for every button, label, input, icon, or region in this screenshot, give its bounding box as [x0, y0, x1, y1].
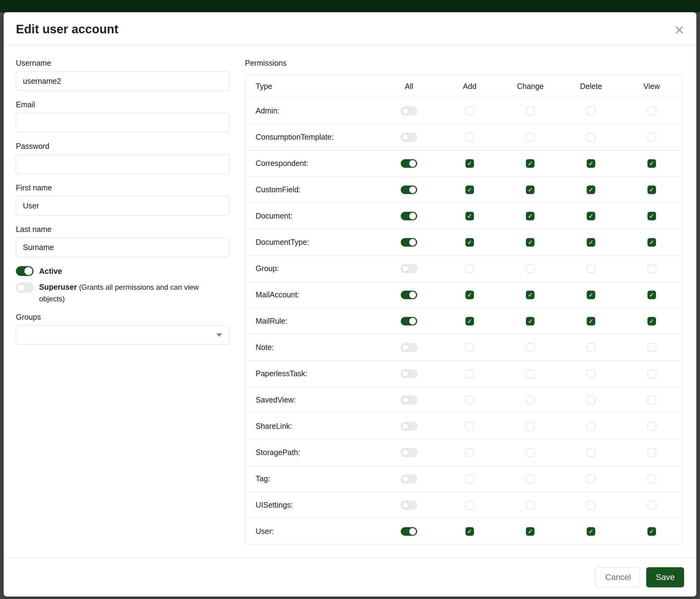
superuser-toggle[interactable] [16, 283, 33, 292]
permission-view-checkbox[interactable] [648, 422, 656, 431]
permission-view-checkbox[interactable] [648, 264, 656, 273]
permission-add-checkbox[interactable]: ✓ [466, 159, 474, 168]
permission-all-toggle[interactable] [401, 238, 417, 247]
first-name-input[interactable] [16, 196, 230, 215]
permission-view-checkbox[interactable]: ✓ [648, 238, 656, 247]
dropdown-caret-icon [217, 333, 222, 337]
permission-view-checkbox[interactable]: ✓ [648, 186, 656, 194]
permission-view-checkbox[interactable] [648, 369, 656, 378]
permission-all-toggle[interactable] [401, 369, 417, 378]
permission-delete-checkbox[interactable] [587, 343, 595, 352]
permission-change-checkbox[interactable]: ✓ [526, 527, 534, 536]
permission-delete-checkbox[interactable]: ✓ [587, 291, 595, 299]
permission-all-toggle[interactable] [401, 475, 417, 483]
permission-view-checkbox[interactable] [648, 475, 656, 483]
permission-add-checkbox[interactable]: ✓ [466, 238, 474, 247]
permission-view-checkbox[interactable] [648, 396, 656, 404]
permission-add-checkbox[interactable] [466, 501, 474, 509]
permission-change-checkbox[interactable]: ✓ [526, 238, 534, 247]
username-input[interactable] [16, 71, 230, 91]
permission-add-checkbox[interactable] [466, 448, 474, 457]
permission-change-checkbox[interactable]: ✓ [526, 317, 534, 326]
toggle-knob [24, 267, 32, 275]
permission-all-toggle[interactable] [401, 343, 417, 352]
permission-add-checkbox[interactable]: ✓ [466, 317, 474, 326]
permission-change-checkbox[interactable]: ✓ [526, 291, 534, 299]
permission-all-toggle[interactable] [401, 212, 417, 220]
permission-all-toggle[interactable] [401, 422, 417, 431]
password-input[interactable] [16, 154, 230, 174]
permission-change-checkbox[interactable] [526, 448, 534, 457]
permission-delete-checkbox[interactable] [587, 264, 595, 273]
permission-all-toggle[interactable] [401, 317, 417, 326]
permission-change-checkbox[interactable] [526, 475, 534, 483]
permission-all-toggle[interactable] [401, 501, 417, 509]
permission-delete-checkbox[interactable] [587, 369, 595, 378]
permission-add-checkbox[interactable]: ✓ [466, 527, 474, 536]
permission-change-checkbox[interactable]: ✓ [526, 159, 534, 168]
permission-change-checkbox[interactable] [526, 264, 534, 273]
active-toggle[interactable] [16, 266, 33, 276]
groups-select[interactable] [16, 325, 230, 345]
permissions-section: Permissions Type All Add Change Delete V… [245, 58, 682, 558]
permission-all-toggle[interactable] [401, 186, 417, 194]
permission-delete-checkbox[interactable]: ✓ [587, 159, 595, 168]
permission-delete-checkbox[interactable] [587, 396, 595, 404]
permission-add-checkbox[interactable]: ✓ [466, 291, 474, 299]
permission-type-label: Tag: [245, 466, 379, 492]
save-button[interactable]: Save [646, 567, 684, 588]
permission-all-toggle[interactable] [401, 107, 417, 115]
permission-all-toggle[interactable] [401, 133, 417, 142]
permission-change-checkbox[interactable] [526, 343, 534, 352]
permission-view-checkbox[interactable]: ✓ [648, 291, 656, 299]
permission-view-checkbox[interactable] [648, 343, 656, 352]
permission-add-checkbox[interactable]: ✓ [466, 186, 474, 194]
permission-delete-checkbox[interactable] [587, 422, 595, 431]
permission-delete-checkbox[interactable]: ✓ [587, 212, 595, 220]
permission-view-checkbox[interactable] [648, 133, 656, 142]
permission-delete-checkbox[interactable] [587, 448, 595, 457]
permission-view-checkbox[interactable]: ✓ [648, 212, 656, 220]
permission-add-checkbox[interactable] [466, 343, 474, 352]
permission-delete-checkbox[interactable]: ✓ [587, 238, 595, 247]
permission-add-checkbox[interactable] [466, 422, 474, 431]
permission-delete-checkbox[interactable] [587, 107, 595, 115]
email-input[interactable] [16, 113, 230, 132]
permission-all-toggle[interactable] [401, 264, 417, 273]
permission-delete-checkbox[interactable]: ✓ [587, 317, 595, 326]
permission-delete-checkbox[interactable] [587, 501, 595, 509]
permission-all-toggle[interactable] [401, 396, 417, 404]
permission-delete-checkbox[interactable] [587, 475, 595, 483]
permission-all-toggle[interactable] [401, 291, 417, 299]
permission-change-checkbox[interactable] [526, 501, 534, 509]
permission-view-checkbox[interactable]: ✓ [648, 527, 656, 536]
permission-change-checkbox[interactable]: ✓ [526, 186, 534, 194]
permission-add-checkbox[interactable] [466, 264, 474, 273]
permission-all-toggle[interactable] [401, 448, 417, 457]
permission-add-checkbox[interactable] [466, 396, 474, 404]
permission-delete-checkbox[interactable]: ✓ [587, 527, 595, 536]
permission-view-checkbox[interactable] [648, 501, 656, 509]
permission-add-checkbox[interactable]: ✓ [466, 212, 474, 220]
permission-change-checkbox[interactable]: ✓ [526, 212, 534, 220]
permission-add-checkbox[interactable] [466, 133, 474, 142]
permission-change-checkbox[interactable] [526, 422, 534, 431]
close-icon[interactable]: × [673, 20, 685, 39]
permission-delete-checkbox[interactable] [587, 133, 595, 142]
permission-view-checkbox[interactable]: ✓ [648, 317, 656, 326]
permission-add-checkbox[interactable] [466, 475, 474, 483]
permission-change-checkbox[interactable] [526, 107, 534, 115]
permission-view-checkbox[interactable] [648, 107, 656, 115]
permission-all-toggle[interactable] [401, 527, 417, 536]
cancel-button[interactable]: Cancel [596, 567, 640, 588]
permission-delete-checkbox[interactable]: ✓ [587, 186, 595, 194]
permission-add-checkbox[interactable] [466, 369, 474, 378]
last-name-input[interactable] [16, 237, 230, 257]
permission-all-toggle[interactable] [401, 159, 417, 168]
permission-view-checkbox[interactable] [648, 448, 656, 457]
permission-change-checkbox[interactable] [526, 369, 534, 378]
permission-change-checkbox[interactable] [526, 396, 534, 404]
permission-view-checkbox[interactable]: ✓ [648, 159, 656, 168]
permission-add-checkbox[interactable] [466, 107, 474, 115]
permission-change-checkbox[interactable] [526, 133, 534, 142]
